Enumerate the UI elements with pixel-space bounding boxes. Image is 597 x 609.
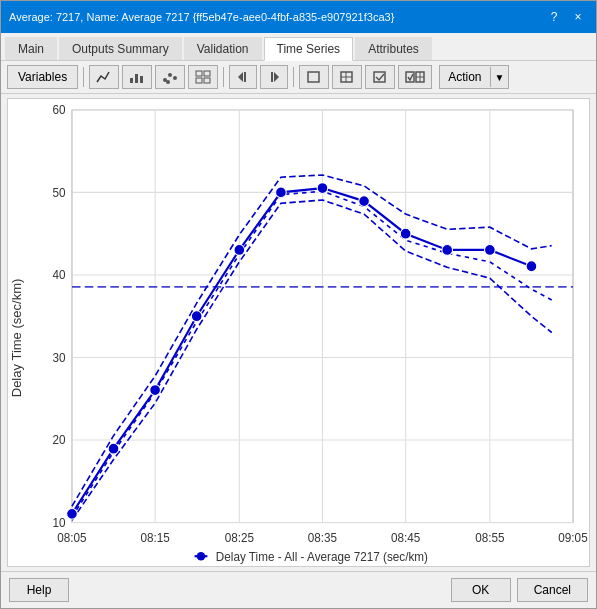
svg-rect-2	[140, 76, 143, 83]
svg-text:60: 60	[53, 103, 66, 117]
next-button[interactable]	[260, 65, 288, 89]
svg-point-62	[485, 245, 496, 256]
svg-point-6	[166, 80, 170, 84]
grid-chart-button[interactable]	[188, 65, 218, 89]
svg-point-61	[442, 245, 453, 256]
title-bar-controls: ? ×	[544, 7, 588, 27]
svg-point-4	[168, 73, 172, 77]
cancel-button[interactable]: Cancel	[517, 578, 588, 602]
svg-text:Delay Time - All - Average 721: Delay Time - All - Average 7217 (sec/km)	[216, 549, 428, 563]
svg-point-58	[317, 183, 328, 194]
svg-rect-8	[204, 71, 210, 76]
svg-point-59	[359, 196, 370, 207]
tab-main[interactable]: Main	[5, 37, 57, 60]
svg-rect-0	[130, 78, 133, 83]
line-chart-icon	[96, 70, 112, 84]
svg-point-5	[173, 76, 177, 80]
svg-text:30: 30	[53, 351, 66, 365]
title-bar: Average: 7217, Name: Average 7217 {ff5eb…	[1, 1, 596, 33]
svg-point-57	[276, 187, 287, 198]
grid-view-icon	[339, 70, 355, 84]
tab-outputs-summary[interactable]: Outputs Summary	[59, 37, 182, 60]
svg-point-52	[67, 508, 78, 519]
svg-point-63	[526, 261, 537, 272]
grid-icon	[195, 70, 211, 84]
checkbox-checked-icon	[372, 70, 388, 84]
svg-text:08:05: 08:05	[57, 531, 87, 545]
tabs-bar: Main Outputs Summary Validation Time Ser…	[1, 33, 596, 61]
svg-text:40: 40	[53, 268, 66, 282]
close-button[interactable]: ×	[568, 7, 588, 27]
svg-point-60	[400, 228, 411, 239]
svg-text:08:35: 08:35	[308, 531, 338, 545]
tab-validation[interactable]: Validation	[184, 37, 262, 60]
checkbox-empty-icon	[306, 70, 322, 84]
svg-point-65	[197, 552, 206, 561]
separator-1	[83, 67, 84, 87]
toolbar: Variables	[1, 61, 596, 94]
action-label: Action	[440, 67, 490, 87]
y-axis-label: Delay Time (sec/km)	[9, 279, 24, 398]
checkbox-grid-button[interactable]	[398, 65, 432, 89]
footer-right: OK Cancel	[451, 578, 588, 602]
svg-rect-1	[135, 74, 138, 83]
bar-chart-button[interactable]	[122, 65, 152, 89]
svg-text:10: 10	[53, 516, 66, 530]
svg-rect-7	[196, 71, 202, 76]
help-button[interactable]: ?	[544, 7, 564, 27]
line-chart-button[interactable]	[89, 65, 119, 89]
separator-2	[223, 67, 224, 87]
svg-text:08:45: 08:45	[391, 531, 421, 545]
tab-attributes[interactable]: Attributes	[355, 37, 432, 60]
svg-text:08:15: 08:15	[140, 531, 170, 545]
scatter-chart-icon	[162, 70, 178, 84]
svg-point-55	[191, 311, 202, 322]
svg-text:09:05: 09:05	[558, 531, 588, 545]
checkbox-empty-button[interactable]	[299, 65, 329, 89]
svg-text:50: 50	[53, 186, 66, 200]
scatter-chart-button[interactable]	[155, 65, 185, 89]
svg-rect-14	[271, 72, 273, 82]
grid-view-button[interactable]	[332, 65, 362, 89]
action-dropdown[interactable]: Action ▼	[439, 65, 509, 89]
bar-chart-icon	[129, 70, 145, 84]
checkbox-grid-icon	[405, 70, 425, 84]
ok-button[interactable]: OK	[451, 578, 511, 602]
footer: Help OK Cancel	[1, 571, 596, 608]
svg-point-56	[234, 245, 245, 256]
first-button[interactable]	[229, 65, 257, 89]
action-arrow-icon: ▼	[491, 69, 509, 86]
variables-button[interactable]: Variables	[7, 65, 78, 89]
svg-marker-11	[238, 72, 243, 82]
svg-rect-9	[196, 78, 202, 83]
svg-point-54	[150, 385, 161, 396]
separator-3	[293, 67, 294, 87]
checkbox-checked-button[interactable]	[365, 65, 395, 89]
main-window: Average: 7217, Name: Average 7217 {ff5eb…	[0, 0, 597, 609]
svg-text:08:55: 08:55	[475, 531, 505, 545]
svg-rect-15	[308, 72, 319, 82]
help-button[interactable]: Help	[9, 578, 69, 602]
svg-rect-10	[204, 78, 210, 83]
svg-rect-12	[244, 72, 246, 82]
svg-point-53	[108, 443, 119, 454]
first-icon	[236, 70, 250, 84]
chart-area: Delay Time (sec/km)	[7, 98, 590, 567]
tab-time-series[interactable]: Time Series	[264, 37, 354, 61]
svg-marker-13	[274, 72, 279, 82]
window-title: Average: 7217, Name: Average 7217 {ff5eb…	[9, 11, 544, 23]
next-icon	[267, 70, 281, 84]
svg-text:08:25: 08:25	[225, 531, 255, 545]
chart-svg: Delay Time (sec/km)	[8, 99, 589, 566]
svg-text:20: 20	[53, 433, 66, 447]
